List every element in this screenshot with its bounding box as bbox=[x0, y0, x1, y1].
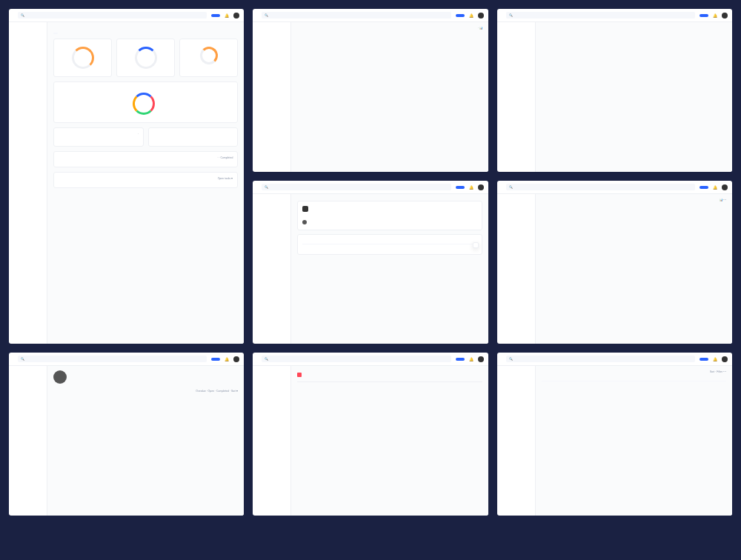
profile-screen: 🔍🔔 Overdue · Open · Completed · Sort ▾ bbox=[9, 353, 244, 516]
dashboard-screen: 🔍 🔔 bbox=[9, 9, 244, 344]
clients-screen: 🔍🔔 · 📊 bbox=[253, 9, 488, 172]
users-screen: 🔍🔔 📊 ⋯ bbox=[497, 181, 732, 344]
add-button[interactable] bbox=[211, 14, 220, 17]
search-input[interactable]: 🔍 bbox=[18, 12, 207, 19]
teams-screen: 🔍🔔 Sort · Filter ⋯ bbox=[497, 353, 732, 516]
sidebar bbox=[9, 22, 47, 344]
files-screen: 🔍🔔 bbox=[253, 353, 488, 516]
bell-icon[interactable]: 🔔 bbox=[225, 13, 229, 18]
user-avatar[interactable] bbox=[233, 13, 239, 19]
topbar: 🔍 🔔 bbox=[9, 9, 244, 22]
search-icon: 🔍 bbox=[21, 13, 24, 17]
tasks-screen: 🔍🔔 bbox=[497, 9, 732, 172]
client-detail-screen: 🔍🔔 bbox=[253, 181, 488, 344]
period-selector[interactable] bbox=[53, 33, 58, 34]
